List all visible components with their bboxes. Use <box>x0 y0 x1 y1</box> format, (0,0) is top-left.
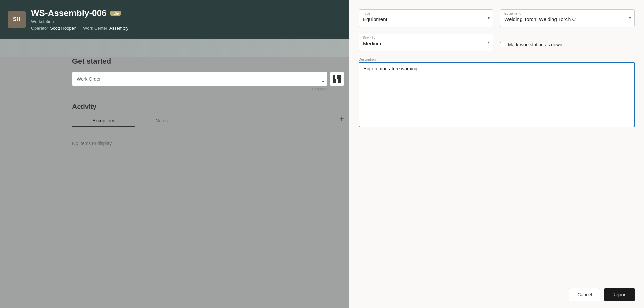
work-center-value: Assembly <box>109 25 128 31</box>
work-order-select-wrap: Work Order ▾ Required <box>72 72 327 91</box>
severity-value: Medium <box>363 41 381 46</box>
cancel-button[interactable]: Cancel <box>569 288 600 301</box>
work-order-select[interactable]: Work Order <box>72 72 327 86</box>
workstation-title: WS-Assembly-006 <box>31 8 106 18</box>
header-title-row: WS-Assembly-006 Idle <box>31 8 128 18</box>
type-label: Type <box>363 12 370 15</box>
barcode-scan-button[interactable] <box>330 72 344 86</box>
avatar: SH <box>8 11 26 28</box>
right-panel: Type Equipment ▾ Equipment Welding Torch… <box>349 0 644 308</box>
description-label: Description <box>359 58 635 61</box>
mark-down-field: Mark workstation as down <box>500 37 635 47</box>
severity-select[interactable]: Severity Medium ▾ <box>359 34 493 51</box>
severity-field: Severity Medium ▾ <box>359 34 493 51</box>
right-panel-form: Type Equipment ▾ Equipment Welding Torch… <box>349 0 644 281</box>
right-panel-footer: Cancel Report <box>349 281 644 308</box>
activity-section: Activity Exceptions Notes + No items to … <box>72 103 344 146</box>
operator-label: Operator <box>31 25 48 31</box>
type-value: Equipment <box>363 16 387 22</box>
operator-value: Scott Hooper <box>50 25 76 31</box>
equipment-label: Equipment <box>504 12 521 15</box>
form-row-type-equipment: Type Equipment ▾ Equipment Welding Torch… <box>359 9 635 27</box>
work-order-row: Work Order ▾ Required <box>72 72 344 91</box>
activity-title: Activity <box>72 103 344 111</box>
severity-chevron-icon: ▾ <box>488 40 490 45</box>
header-info: WS-Assembly-006 Idle Workstation Operato… <box>31 8 128 31</box>
workstation-label: Workstation <box>31 19 128 24</box>
tab-notes[interactable]: Notes <box>135 115 188 127</box>
tab-exceptions[interactable]: Exceptions <box>72 115 135 127</box>
mark-down-checkbox[interactable] <box>500 42 505 47</box>
equipment-chevron-icon: ▾ <box>629 16 631 20</box>
type-select[interactable]: Type Equipment ▾ <box>359 9 493 27</box>
header-meta: Operator Scott Hooper Work Center Assemb… <box>31 25 128 31</box>
mark-down-row: Mark workstation as down <box>500 42 635 47</box>
get-started-panel: Get started Work Order ▾ Required <box>72 57 344 146</box>
tabs-row: Exceptions Notes <box>72 115 344 127</box>
add-exception-button[interactable]: + <box>339 115 344 123</box>
no-items-text: No items to display. <box>72 141 344 146</box>
equipment-value: Welding Torch: Welding Torch C <box>504 16 576 22</box>
work-center-label: Work Center <box>83 25 107 31</box>
report-button[interactable]: Report <box>604 288 635 301</box>
barcode-icon <box>334 75 340 83</box>
mark-down-label: Mark workstation as down <box>508 42 562 47</box>
idle-badge: Idle <box>110 11 121 16</box>
description-textarea[interactable]: High temperature warning <box>359 62 635 127</box>
form-row-severity: Severity Medium ▾ Mark workstation as do… <box>359 34 635 51</box>
severity-label: Severity <box>363 36 375 40</box>
type-chevron-icon: ▾ <box>488 16 490 20</box>
get-started-title: Get started <box>72 57 344 66</box>
equipment-field: Equipment Welding Torch: Welding Torch C… <box>500 9 635 27</box>
equipment-select[interactable]: Equipment Welding Torch: Welding Torch C… <box>500 9 635 27</box>
required-label: Required <box>72 87 327 91</box>
type-field: Type Equipment ▾ <box>359 9 493 27</box>
description-field: Description High temperature warning <box>359 58 635 129</box>
